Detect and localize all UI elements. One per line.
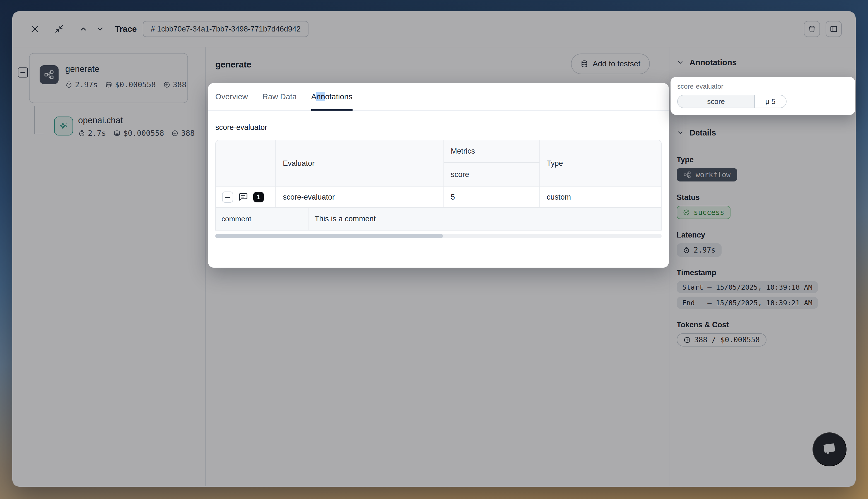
row-score-cell: 5 [444,187,540,207]
annotation-score-popup: score-evaluator score μ 5 [671,77,855,115]
minus-icon [225,197,230,198]
scrollbar-thumb[interactable] [215,234,443,238]
header-cell-type: Type [540,140,661,186]
metrics-header-label: Metrics [451,147,475,156]
metric-sub-header-label: score [451,170,469,179]
comment-count-badge[interactable]: 1 [253,192,264,203]
annotations-table: Evaluator Metrics score Type [215,140,662,231]
text-selection-highlight: nn [316,92,325,101]
row-actions-cell: 1 [216,187,276,207]
popup-evaluator-label: score-evaluator [677,83,848,90]
tab-annotations[interactable]: Annotations [311,83,352,110]
metric-name: score [678,95,755,108]
evaluator-section-title: score-evaluator [215,123,662,132]
page-background: Trace # 1cbb70e7-34a1-7bb7-3498-771b7d46… [0,0,868,499]
row-type-cell: custom [540,187,661,207]
header-cell-metrics: Metrics score [444,140,540,186]
table-header: Evaluator Metrics score Type [216,140,661,187]
comment-expansion-row: comment This is a comment [216,208,661,230]
comment-key-cell: comment [216,208,309,230]
comment-bubble-icon [238,192,248,202]
header-cell-evaluator: Evaluator [276,140,444,186]
collapse-row-button[interactable] [222,192,233,203]
annotations-tab-content: score-evaluator Evaluator Metrics score … [208,123,669,238]
tab-overview[interactable]: Overview [215,83,248,110]
metric-mean-value: μ 5 [755,95,786,108]
table-horizontal-scrollbar [215,234,662,238]
span-tabs: Overview Raw Data Annotations [208,83,669,111]
annotations-tab-panel: Overview Raw Data Annotations score-eval… [208,83,669,268]
comment-value-cell: This is a comment [309,208,661,230]
tab-raw-data[interactable]: Raw Data [263,83,297,110]
row-evaluator-cell: score-evaluator [276,187,444,207]
comment-button[interactable] [238,192,248,202]
score-metric-pill[interactable]: score μ 5 [677,95,786,108]
header-cell-actions [216,140,276,186]
table-row: 1 score-evaluator 5 custom [216,187,661,208]
